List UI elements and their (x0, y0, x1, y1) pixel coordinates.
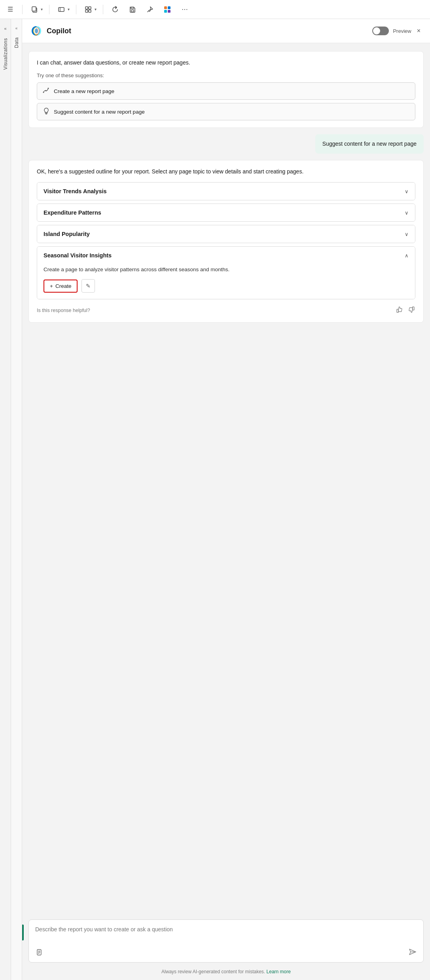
helpful-text: Is this response helpful? (37, 308, 90, 313)
input-box (28, 919, 424, 963)
layout-chevron[interactable]: ▾ (95, 7, 97, 11)
attach-icon[interactable] (35, 948, 43, 958)
helpful-row: Is this response helpful? (37, 306, 415, 315)
refresh-icon[interactable] (110, 4, 121, 15)
pencil-icon: ✎ (86, 283, 91, 289)
copilot-header: Copilot Preview × (22, 19, 430, 43)
svg-rect-2 (59, 8, 64, 11)
svg-rect-8 (131, 10, 134, 12)
svg-rect-11 (164, 6, 167, 9)
chevron-down-island-popularity: ∨ (405, 231, 409, 237)
chart-icon (43, 87, 50, 95)
frame-chevron[interactable]: ▾ (68, 7, 70, 11)
suggestion-create-report[interactable]: Create a new report page (37, 82, 415, 100)
svg-rect-12 (168, 6, 170, 9)
user-message: Suggest content for a new report page (315, 134, 424, 154)
chat-input[interactable] (35, 925, 417, 942)
disclaimer: Always review AI-generated content for m… (22, 966, 430, 980)
svg-point-17 (43, 92, 44, 93)
plus-icon: + (50, 283, 53, 289)
svg-rect-1 (32, 7, 36, 11)
copy-icon[interactable] (29, 4, 40, 15)
input-area (22, 915, 430, 966)
accordion-visitor-trends: Visitor Trends Analysis ∨ (37, 182, 415, 200)
sidebar-item-visualizations[interactable]: Visualizations (1, 35, 10, 73)
layout-icon[interactable] (83, 4, 94, 15)
accordion-title-expenditure: Expenditure Patterns (44, 209, 101, 216)
learn-more-link[interactable]: Learn more (267, 969, 291, 974)
pin-icon[interactable] (144, 4, 155, 15)
svg-rect-5 (89, 7, 91, 9)
preview-label: Preview (393, 28, 411, 34)
accordion-header-island-popularity[interactable]: Island Popularity ∨ (37, 225, 415, 243)
sidebar-collapse-arrow[interactable]: « (1, 24, 10, 33)
disclaimer-text: Always review AI-generated content for m… (161, 969, 265, 974)
accordion-expenditure: Expenditure Patterns ∨ (37, 204, 415, 222)
chevron-up-seasonal-insights: ∧ (405, 253, 409, 259)
suggestion2-text: Suggest content for a new report page (54, 109, 145, 115)
create-label: Create (55, 283, 72, 289)
svg-point-18 (45, 90, 47, 91)
chat-area: I can chat, answer data questions, or cr… (22, 43, 430, 915)
accordion-header-expenditure[interactable]: Expenditure Patterns ∨ (37, 204, 415, 221)
save-icon[interactable] (127, 4, 138, 15)
suggestion-suggest-content[interactable]: Suggest content for a new report page (37, 103, 415, 120)
preview-toggle[interactable] (372, 27, 389, 35)
svg-rect-4 (85, 7, 88, 9)
accordion-title-visitor-trends: Visitor Trends Analysis (44, 188, 107, 194)
suggestion1-text: Create a new report page (54, 88, 114, 94)
apps-icon[interactable] (162, 4, 173, 15)
accordion-actions: + Create ✎ (44, 279, 409, 293)
thumbs-down-icon[interactable] (407, 306, 415, 315)
more-icon[interactable]: ⋯ (179, 4, 190, 15)
data-panel-collapse[interactable]: « (12, 24, 21, 32)
accordion-body-seasonal-insights: Create a page to analyze visitor pattern… (37, 264, 415, 299)
copilot-title: Copilot (47, 27, 71, 35)
toggle-knob (373, 27, 380, 34)
svg-rect-14 (168, 10, 170, 13)
input-footer (35, 948, 417, 958)
accordion-header-seasonal-insights[interactable]: Seasonal Visitor Insights ∧ (37, 247, 415, 264)
accordion-header-visitor-trends[interactable]: Visitor Trends Analysis ∨ (37, 183, 415, 200)
data-panel: « Data (11, 19, 22, 980)
toolbar: ☰ ▾ ▾ ▾ (0, 0, 430, 19)
svg-point-19 (48, 88, 49, 89)
thumbs-up-icon[interactable] (396, 306, 403, 315)
frame-icon[interactable] (56, 4, 67, 15)
close-button[interactable]: × (415, 27, 422, 35)
bot-intro-message: I can chat, answer data questions, or cr… (28, 51, 424, 128)
svg-rect-6 (85, 10, 88, 12)
chevron-down-expenditure: ∨ (405, 210, 409, 216)
menu-icon[interactable]: ☰ (5, 4, 16, 15)
chevron-down-visitor-trends: ∨ (405, 188, 409, 194)
create-button[interactable]: + Create (44, 280, 78, 293)
edit-button[interactable]: ✎ (81, 279, 95, 293)
svg-line-10 (148, 11, 149, 12)
copilot-logo (30, 25, 43, 37)
helpful-icons (396, 306, 415, 315)
green-accent-bar (22, 925, 24, 940)
accordion-title-seasonal-insights: Seasonal Visitor Insights (44, 252, 112, 259)
left-sidebar-tabs: « Visualizations (0, 19, 11, 980)
seasonal-description: Create a page to analyze visitor pattern… (44, 266, 409, 274)
lightbulb-icon (43, 107, 50, 116)
copy-chevron[interactable]: ▾ (41, 7, 43, 11)
svg-rect-13 (164, 10, 167, 13)
svg-rect-7 (89, 10, 91, 12)
svg-rect-9 (131, 7, 134, 9)
data-panel-label[interactable]: Data (14, 37, 19, 48)
suggestions-label: Try one of these suggestions: (37, 72, 415, 78)
copilot-panel: Copilot Preview × I can chat, answer dat… (22, 19, 430, 980)
accordion-island-popularity: Island Popularity ∨ (37, 225, 415, 243)
outline-intro-text: OK, here's a suggested outline for your … (37, 167, 415, 176)
send-icon[interactable] (408, 948, 417, 958)
bot-intro-text: I can chat, answer data questions, or cr… (37, 59, 415, 67)
svg-point-16 (35, 29, 38, 33)
accordion-title-island-popularity: Island Popularity (44, 231, 90, 237)
accordion-seasonal-insights: Seasonal Visitor Insights ∧ Create a pag… (37, 246, 415, 299)
outline-response: OK, here's a suggested outline for your … (28, 160, 424, 323)
spacer (28, 329, 424, 408)
user-message-text: Suggest content for a new report page (322, 141, 417, 147)
